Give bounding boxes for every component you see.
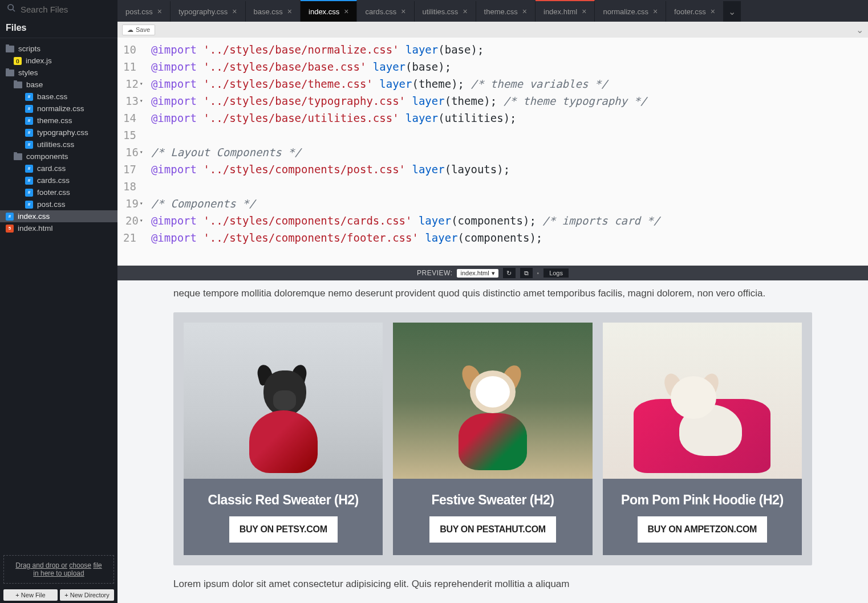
folder-icon [6, 70, 14, 76]
js-file-icon: () [14, 57, 22, 65]
css-file-icon: # [6, 213, 14, 221]
svg-line-1 [13, 9, 15, 11]
cloud-icon: ☁ [127, 26, 133, 34]
preview-toolbar: PREVIEW: index.html▾ ↻ ⧉ • Logs [117, 266, 868, 280]
card-image [393, 323, 592, 479]
card-title: Pom Pom Pink Hoodie (H2) [616, 479, 788, 517]
css-file-icon: # [25, 189, 33, 197]
cards-container: Classic Red Sweater (H2) BUY ON PETSY.CO… [173, 312, 812, 566]
file-typography-css[interactable]: #typography.css [0, 127, 117, 138]
search-bar[interactable] [0, 0, 117, 18]
product-card: Festive Sweater (H2) BUY ON PESTAHUT.COM [393, 323, 592, 556]
preview-paragraph: neque tempore mollitia doloremque nemo d… [173, 286, 812, 301]
file-post-css[interactable]: #post.css [0, 198, 117, 210]
tab-bar: post.css× typography.css× base.css× inde… [117, 0, 868, 22]
tab-index-html[interactable]: index.html× [536, 0, 595, 22]
chevron-down-icon: ⌄ [728, 6, 736, 17]
card-title: Classic Red Sweater (H2) [204, 479, 363, 517]
file-theme-css[interactable]: #theme.css [0, 115, 117, 127]
preview-label: PREVIEW: [417, 269, 452, 277]
file-index-css[interactable]: #index.css [0, 210, 117, 222]
folder-scripts[interactable]: scripts [0, 43, 117, 55]
svg-point-0 [8, 5, 13, 10]
buy-button[interactable]: BUY ON PESTAHUT.COM [429, 516, 556, 543]
css-file-icon: # [25, 177, 33, 185]
folder-icon [6, 46, 14, 52]
buy-button[interactable]: BUY ON AMPETZON.COM [638, 516, 768, 543]
tab-post-css[interactable]: post.css× [117, 1, 171, 22]
css-file-icon: # [25, 117, 33, 125]
file-cards-css[interactable]: #cards.css [0, 174, 117, 186]
files-header: Files [0, 18, 117, 38]
refresh-icon: ↻ [506, 270, 512, 277]
chevron-down-icon: ▾ [492, 270, 495, 277]
preview-popout-button[interactable]: ⧉ [520, 268, 533, 278]
preview-file-select[interactable]: index.html▾ [457, 269, 498, 278]
product-card: Classic Red Sweater (H2) BUY ON PETSY.CO… [184, 323, 383, 556]
close-icon[interactable]: × [401, 7, 405, 16]
close-icon[interactable]: × [711, 7, 715, 16]
tab-overflow-button[interactable]: ⌄ [724, 1, 741, 22]
close-icon[interactable]: × [344, 7, 348, 16]
editor-toolbar: ☁Save ⌄ [117, 22, 868, 38]
buy-button[interactable]: BUY ON PETSY.COM [229, 516, 338, 543]
file-card-css[interactable]: #card.css [0, 162, 117, 174]
html-file-icon: 5 [6, 225, 14, 233]
css-file-icon: # [25, 129, 33, 137]
folder-components[interactable]: components [0, 150, 117, 162]
search-input[interactable] [21, 5, 111, 14]
code-editor[interactable]: 101112▾13▾141516▾171819▾20▾21 @import '.… [117, 38, 868, 266]
css-file-icon: # [25, 165, 33, 173]
search-icon [7, 3, 16, 15]
save-button[interactable]: ☁Save [122, 25, 155, 35]
code-content[interactable]: @import '../styles/base/normalize.css' l… [145, 38, 666, 266]
logs-button[interactable]: Logs [543, 268, 569, 278]
file-footer-css[interactable]: #footer.css [0, 186, 117, 198]
preview-pane[interactable]: neque tempore mollitia doloremque nemo d… [117, 280, 868, 603]
file-index-html[interactable]: 5index.html [0, 222, 117, 234]
folder-styles[interactable]: styles [0, 67, 117, 79]
css-file-icon: # [25, 93, 33, 101]
close-icon[interactable]: × [232, 7, 237, 16]
card-title: Festive Sweater (H2) [427, 479, 559, 517]
folder-icon [14, 82, 22, 88]
folder-icon [14, 153, 22, 160]
tab-index-css[interactable]: index.css× [301, 0, 357, 22]
card-image [603, 323, 802, 479]
tab-normalize-css[interactable]: normalize.css× [595, 1, 666, 22]
css-file-icon: # [25, 105, 33, 113]
tab-theme-css[interactable]: theme.css× [476, 1, 536, 22]
close-icon[interactable]: × [653, 7, 658, 16]
css-file-icon: # [25, 201, 33, 209]
folder-base[interactable]: base [0, 79, 117, 91]
file-utilities-css[interactable]: #utilities.css [0, 138, 117, 150]
tab-utilities-css[interactable]: utilities.css× [415, 1, 476, 22]
css-file-icon: # [25, 141, 33, 149]
drop-zone[interactable]: Drag and drop or choose filein here to u… [3, 555, 114, 584]
tab-footer-css[interactable]: footer.css× [666, 1, 724, 22]
separator-dot: • [537, 270, 540, 276]
file-base-css[interactable]: #base.css [0, 91, 117, 103]
file-normalize-css[interactable]: #normalize.css [0, 103, 117, 115]
close-icon[interactable]: × [582, 7, 586, 16]
preview-refresh-button[interactable]: ↻ [503, 268, 516, 278]
line-gutter: 101112▾13▾141516▾171819▾20▾21 [117, 38, 145, 266]
file-tree: scripts ()index.js styles base #base.css… [0, 38, 117, 552]
tab-base-css[interactable]: base.css× [246, 1, 301, 22]
choose-link[interactable]: choose [69, 561, 91, 569]
close-icon[interactable]: × [522, 7, 527, 16]
close-icon[interactable]: × [463, 7, 467, 16]
tab-typography-css[interactable]: typography.css× [171, 1, 246, 22]
close-icon[interactable]: × [157, 7, 162, 16]
tab-cards-css[interactable]: cards.css× [357, 1, 414, 22]
popout-icon: ⧉ [524, 270, 529, 277]
new-file-button[interactable]: + New File [3, 589, 58, 601]
close-icon[interactable]: × [287, 7, 292, 16]
new-directory-button[interactable]: + New Directory [60, 589, 114, 601]
card-image [184, 323, 383, 479]
preview-paragraph: Lorem ipsum dolor sit amet consectetur a… [173, 577, 812, 592]
product-card: Pom Pom Pink Hoodie (H2) BUY ON AMPETZON… [603, 323, 802, 556]
file-index-js[interactable]: ()index.js [0, 55, 117, 67]
toolbar-menu-button[interactable]: ⌄ [856, 25, 863, 35]
